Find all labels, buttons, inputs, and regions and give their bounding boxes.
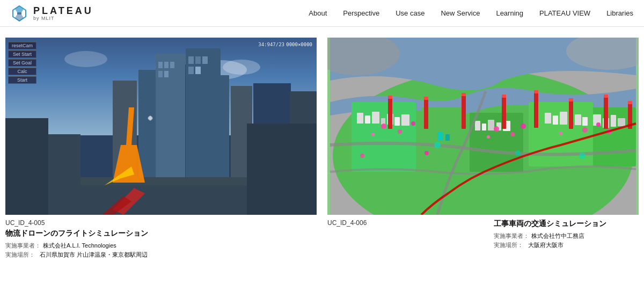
card-right-id: UC_ID_4-006	[327, 219, 472, 227]
card-left: resetCam Set Start Set Goal Calc Start 0…	[5, 38, 317, 285]
svg-rect-57	[545, 113, 551, 124]
card-left-id: UC_ID_4-005	[5, 219, 317, 227]
svg-point-69	[371, 133, 375, 136]
card-right-image	[327, 38, 639, 215]
svg-point-80	[360, 154, 364, 158]
card-right: UC_ID_4-006 工事車両の交通シミュレーション 実施事業者： 株式会社竹…	[327, 38, 639, 285]
logo-title: PLATEAU	[33, 6, 93, 16]
svg-rect-83	[388, 96, 392, 99]
right-col-details: 工事車両の交通シミュレーション 実施事業者： 株式会社竹中工務店 実施場所： 大…	[494, 219, 639, 250]
svg-rect-20	[164, 71, 169, 77]
traffic-sim-image	[327, 38, 639, 215]
svg-rect-84	[462, 94, 466, 129]
svg-rect-47	[372, 112, 379, 124]
svg-point-70	[411, 121, 415, 126]
svg-rect-96	[502, 96, 506, 129]
svg-point-67	[381, 124, 386, 129]
right-implementer-value: 株式会社竹中工務店	[531, 232, 584, 240]
main-content: resetCam Set Start Set Goal Calc Start 0…	[0, 27, 644, 290]
location-value: 石川県加賀市 片山津温泉・東京都駅周辺	[40, 251, 148, 259]
nav-about[interactable]: About	[309, 9, 327, 17]
svg-point-73	[487, 135, 490, 139]
calc-button[interactable]: Calc	[8, 68, 36, 75]
svg-rect-16	[158, 62, 163, 68]
right-info-row: UC_ID_4-006 工事車両の交通シミュレーション 実施事業者： 株式会社竹…	[327, 219, 639, 250]
coords-display: 0000×0000	[286, 42, 312, 47]
svg-rect-85	[462, 93, 466, 96]
svg-rect-45	[357, 113, 363, 124]
card-left-location: 実施場所： 石川県加賀市 片山津温泉・東京都駅周辺	[5, 251, 317, 259]
svg-rect-95	[424, 97, 428, 100]
timer-display: 34:947/23	[258, 42, 284, 47]
svg-rect-50	[394, 117, 400, 126]
main-nav: About Perspective Use case New Service L…	[309, 9, 633, 17]
card-right-location: 実施場所： 大阪府大阪市	[494, 241, 639, 249]
logo-subtitle: by MLIT	[33, 16, 93, 21]
card-right-implementer: 実施事業者： 株式会社竹中工務店	[494, 232, 639, 240]
svg-point-103	[515, 150, 521, 156]
implementer-value: 株式会社A.L.I. Technologies	[43, 242, 116, 250]
nav-learning[interactable]: Learning	[496, 9, 523, 17]
card-left-image: resetCam Set Start Set Goal Calc Start 0…	[5, 38, 317, 215]
city-scene-left	[5, 38, 317, 215]
svg-rect-17	[164, 62, 169, 68]
svg-rect-30	[247, 124, 317, 215]
svg-rect-65	[611, 115, 616, 127]
svg-rect-87	[534, 90, 538, 93]
svg-rect-97	[502, 95, 506, 98]
set-goal-button[interactable]: Set Goal	[8, 59, 36, 67]
nav-libraries[interactable]: Libraries	[606, 9, 633, 17]
svg-rect-98	[437, 132, 443, 140]
svg-rect-62	[582, 117, 588, 126]
plateau-logo-icon	[11, 5, 28, 22]
svg-rect-19	[158, 71, 163, 77]
svg-rect-54	[488, 120, 494, 130]
svg-point-71	[494, 126, 499, 132]
svg-rect-91	[604, 95, 608, 98]
nav-use-case[interactable]: Use case	[396, 9, 425, 17]
svg-point-102	[434, 142, 441, 148]
sim-controls: resetCam Set Start Set Goal Calc Start	[8, 42, 36, 84]
logo-text: PLATEAU by MLIT	[33, 6, 93, 21]
svg-rect-59	[560, 112, 567, 125]
svg-rect-46	[365, 115, 370, 124]
svg-rect-51	[401, 114, 409, 126]
svg-marker-2	[15, 15, 24, 21]
card-left-implementer: 実施事業者： 株式会社A.L.I. Technologies	[5, 242, 317, 250]
svg-point-104	[579, 153, 586, 159]
nav-new-service[interactable]: New Service	[441, 9, 480, 17]
svg-rect-21	[188, 56, 194, 64]
svg-rect-90	[604, 96, 608, 129]
svg-rect-61	[575, 114, 581, 125]
svg-rect-66	[618, 118, 625, 126]
svg-point-5	[223, 60, 260, 75]
set-start-button[interactable]: Set Start	[8, 50, 36, 58]
svg-rect-22	[195, 56, 201, 64]
svg-marker-1	[15, 6, 24, 12]
nav-plateau-view[interactable]: PLATEAU VIEW	[539, 9, 590, 17]
svg-rect-86	[534, 91, 538, 128]
svg-rect-23	[202, 56, 208, 64]
svg-point-72	[510, 132, 515, 136]
logo-area: PLATEAU by MLIT	[11, 5, 93, 22]
start-button[interactable]: Start	[8, 76, 36, 84]
header: PLATEAU by MLIT About Perspective Use ca…	[0, 0, 644, 27]
drone-sim-image: resetCam Set Start Set Goal Calc Start 0…	[5, 38, 317, 215]
card-right-info: UC_ID_4-006 工事車両の交通シミュレーション 実施事業者： 株式会社竹…	[327, 215, 639, 250]
implementer-label: 実施事業者：	[5, 242, 41, 250]
svg-point-78	[596, 122, 601, 127]
card-left-title: 物流ドローンのフライトシミュレーション	[5, 229, 317, 238]
location-label: 実施場所：	[5, 251, 38, 259]
svg-rect-25	[195, 67, 201, 74]
svg-point-74	[521, 124, 526, 129]
svg-rect-52	[475, 121, 480, 130]
nav-perspective[interactable]: Perspective	[343, 9, 379, 17]
svg-point-68	[398, 129, 402, 134]
svg-point-77	[559, 132, 562, 135]
svg-rect-24	[188, 67, 194, 74]
svg-rect-40	[352, 102, 416, 172]
svg-rect-99	[445, 134, 450, 141]
svg-rect-53	[482, 124, 486, 130]
svg-point-76	[582, 127, 588, 133]
reset-cam-button[interactable]: resetCam	[8, 42, 36, 49]
